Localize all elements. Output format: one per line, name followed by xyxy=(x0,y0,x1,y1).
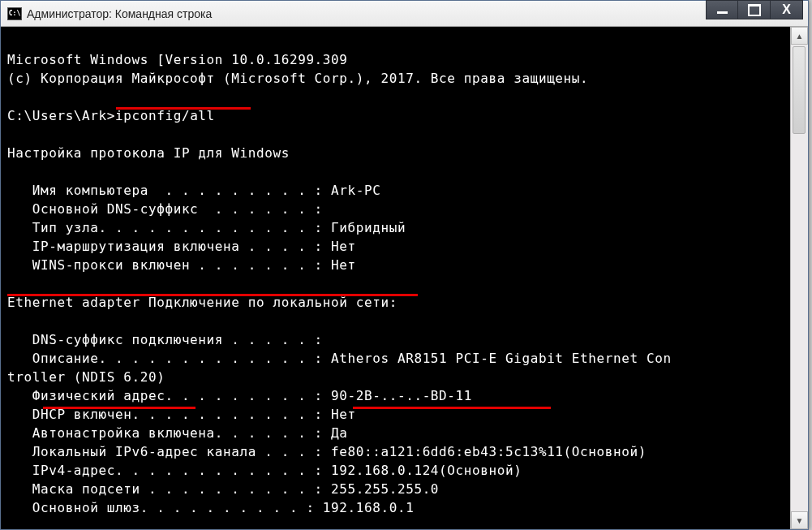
line: Локальный IPv6-адрес канала . . . : fe80… xyxy=(7,444,647,459)
prompt: C:\Users\Ark> xyxy=(7,108,115,123)
line: Имя компьютера . . . . . . . . . : Ark-P… xyxy=(7,183,380,198)
titlebar[interactable]: C:\ Администратор: Командная строка xyxy=(1,1,808,27)
command-text: ipconfig/all xyxy=(115,108,215,123)
line: IP-маршрутизация включена . . . . : Нет xyxy=(7,239,356,254)
highlight-underline xyxy=(43,407,195,409)
scroll-track[interactable] xyxy=(791,45,808,511)
highlight-underline xyxy=(353,407,551,409)
vertical-scrollbar[interactable]: ▲ ▼ xyxy=(790,27,808,529)
close-button[interactable] xyxy=(771,0,803,19)
line: Microsoft Windows [Version 10.0.16299.30… xyxy=(7,52,348,67)
line: troller (NDIS 6.20) xyxy=(7,369,165,385)
cmd-icon: C:\ xyxy=(7,7,22,20)
line: Физический адрес. . . . . . . . . : 90-2… xyxy=(7,388,472,403)
scroll-up-button[interactable]: ▲ xyxy=(791,27,808,45)
line: Тип узла. . . . . . . . . . . . . : Гибр… xyxy=(7,220,406,235)
window-title: Администратор: Командная строка xyxy=(27,7,808,20)
maximize-button[interactable] xyxy=(738,0,771,19)
line: Маска подсети . . . . . . . . . . : 255.… xyxy=(7,481,439,497)
line: Автонастройка включена. . . . . . : Да xyxy=(7,425,348,441)
terminal-output[interactable]: Microsoft Windows [Version 10.0.16299.30… xyxy=(1,27,790,529)
adapter-header: Ethernet adapter Подключение по локально… xyxy=(7,295,397,310)
scroll-down-button[interactable]: ▼ xyxy=(791,511,808,529)
line: Основной DNS-суффикс . . . . . . : xyxy=(7,201,323,217)
highlight-underline xyxy=(116,107,251,110)
line: WINS-прокси включен . . . . . . . : Нет xyxy=(7,257,356,273)
line: IPv4-адрес. . . . . . . . . . . . : 192.… xyxy=(7,463,522,478)
cmd-window: C:\ Администратор: Командная строка Micr… xyxy=(0,0,809,530)
line: Основной шлюз. . . . . . . . . . : 192.1… xyxy=(7,500,414,515)
line: Описание. . . . . . . . . . . . . : Athe… xyxy=(7,351,672,366)
section-header: Настройка протокола IP для Windows xyxy=(7,145,290,161)
scroll-thumb[interactable] xyxy=(793,46,806,134)
line: DNS-суффикс подключения . . . . . : xyxy=(7,332,323,347)
line: (c) Корпорация Майкрософт (Microsoft Cor… xyxy=(7,71,588,86)
highlight-underline xyxy=(7,294,418,296)
minimize-button[interactable] xyxy=(706,0,738,19)
window-buttons xyxy=(706,0,803,19)
client-area: Microsoft Windows [Version 10.0.16299.30… xyxy=(1,27,808,529)
